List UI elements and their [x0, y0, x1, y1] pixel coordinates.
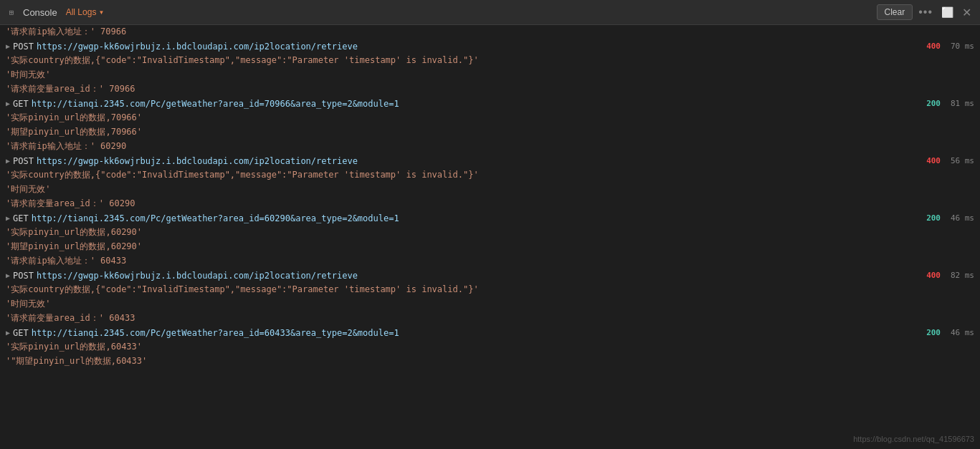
log-text: '请求前ip输入地址：' 60290: [6, 140, 126, 153]
log-line: '请求前ip输入地址：' 60290: [0, 140, 980, 154]
http-method: GET: [13, 99, 29, 109]
http-method: POST: [13, 156, 34, 166]
log-line: '实际country的数据,{"code":"InvalidTimestamp"…: [0, 54, 980, 68]
log-line: '请求前ip输入地址：' 70966: [0, 25, 980, 39]
log-line: '实际pinyin_url的数据,60290': [0, 226, 980, 240]
log-line-left: ▶GET http://tianqi.2345.com/Pc/getWeathe…: [6, 99, 912, 109]
status-badge: 400: [923, 42, 943, 51]
log-line: '请求前变量area_id：' 60433: [0, 312, 980, 326]
log-text: '实际country的数据,{"code":"InvalidTimestamp"…: [6, 169, 479, 181]
log-text: '实际pinyin_url的数据,60433': [6, 341, 142, 353]
status-badge: 200: [923, 99, 943, 108]
console-title: Console: [23, 7, 57, 18]
request-url: http://tianqi.2345.com/Pc/getWeather?are…: [32, 213, 399, 223]
expand-window-button[interactable]: ⬜: [938, 5, 956, 19]
log-text: '时间无效': [6, 69, 50, 81]
status-badge: 400: [923, 271, 943, 280]
log-line-right: 20081 ms: [923, 99, 974, 108]
dropdown-arrow-icon: ▼: [98, 9, 104, 16]
log-line-left: ▶POST https://gwgp-kk6owjrbujz.i.bdcloud…: [6, 156, 912, 166]
more-options-button[interactable]: •••: [915, 4, 936, 20]
log-line: '请求前变量area_id：' 70966: [0, 82, 980, 97]
log-line: ▶POST https://gwgp-kk6owjrbujz.i.bdcloud…: [0, 154, 980, 168]
log-text: '时间无效': [6, 298, 50, 310]
http-method: GET: [13, 328, 29, 338]
log-line: '请求前ip输入地址：' 60433: [0, 254, 980, 269]
http-method: POST: [13, 271, 34, 281]
all-logs-label: All Logs: [66, 7, 97, 17]
status-badge: 200: [923, 328, 943, 337]
log-text: '时间无效': [6, 183, 50, 195]
log-line-right: 20046 ms: [923, 213, 974, 223]
console-content[interactable]: '请求前ip输入地址：' 70966▶POST https://gwgp-kk6…: [0, 25, 980, 449]
http-method: GET: [13, 213, 29, 223]
console-icon: ⊞: [6, 6, 17, 18]
log-line: '期望pinyin_url的数据,70966': [0, 125, 980, 140]
expand-arrow-icon[interactable]: ▶: [6, 271, 10, 279]
log-line-right: 40056 ms: [923, 156, 974, 165]
response-time: 46 ms: [949, 213, 974, 223]
log-text: '"期望pinyin_url的数据,60433': [6, 355, 147, 367]
log-line: '请求前变量area_id：' 60290: [0, 197, 980, 211]
all-logs-button[interactable]: All Logs ▼: [63, 6, 108, 19]
log-text: '期望pinyin_url的数据,70966': [6, 126, 142, 138]
status-badge: 400: [923, 156, 943, 165]
response-time: 81 ms: [949, 99, 974, 108]
log-line: ▶GET http://tianqi.2345.com/Pc/getWeathe…: [0, 211, 980, 226]
expand-arrow-icon[interactable]: ▶: [6, 42, 10, 50]
log-line: ▶GET http://tianqi.2345.com/Pc/getWeathe…: [0, 97, 980, 111]
toolbar-left: ⊞ Console All Logs ▼: [6, 6, 871, 19]
log-line: '时间无效': [0, 183, 980, 197]
status-badge: 200: [923, 213, 943, 223]
log-line-left: ▶POST https://gwgp-kk6owjrbujz.i.bdcloud…: [6, 271, 912, 281]
toolbar-right: Clear ••• ⬜ ✕: [877, 4, 975, 21]
log-line: '期望pinyin_url的数据,60290': [0, 240, 980, 254]
log-text: '实际pinyin_url的数据,70966': [6, 112, 142, 124]
log-line-left: ▶GET http://tianqi.2345.com/Pc/getWeathe…: [6, 328, 912, 338]
log-line: '时间无效': [0, 297, 980, 312]
log-line: '"期望pinyin_url的数据,60433': [0, 354, 980, 369]
log-text: '请求前变量area_id：' 70966: [6, 83, 135, 95]
log-line-right: 40082 ms: [923, 271, 974, 280]
console-panel: ⊞ Console All Logs ▼ Clear ••• ⬜ ✕ '请求前i…: [0, 0, 980, 449]
console-toolbar: ⊞ Console All Logs ▼ Clear ••• ⬜ ✕: [0, 0, 980, 25]
request-url: http://tianqi.2345.com/Pc/getWeather?are…: [32, 99, 399, 109]
log-line: '实际country的数据,{"code":"InvalidTimestamp"…: [0, 168, 980, 183]
response-time: 70 ms: [949, 42, 974, 51]
log-text: '请求前变量area_id：' 60290: [6, 198, 135, 210]
http-method: POST: [13, 42, 34, 52]
response-time: 56 ms: [949, 156, 974, 165]
expand-arrow-icon[interactable]: ▶: [6, 329, 10, 337]
response-time: 46 ms: [949, 328, 974, 337]
log-line: '实际pinyin_url的数据,70966': [0, 111, 980, 125]
log-text: '实际country的数据,{"code":"InvalidTimestamp"…: [6, 54, 479, 67]
expand-arrow-icon[interactable]: ▶: [6, 214, 10, 222]
log-line-right: 40070 ms: [923, 42, 974, 51]
log-text: '请求前ip输入地址：' 60433: [6, 255, 126, 267]
log-line: ▶POST https://gwgp-kk6owjrbujz.i.bdcloud…: [0, 269, 980, 283]
log-line: '实际country的数据,{"code":"InvalidTimestamp"…: [0, 283, 980, 297]
log-text: '期望pinyin_url的数据,60290': [6, 241, 142, 253]
log-text: '请求前ip输入地址：' 70966: [6, 26, 126, 38]
watermark: https://blog.csdn.net/qq_41596673: [853, 435, 974, 443]
log-text: '实际country的数据,{"code":"InvalidTimestamp"…: [6, 284, 479, 296]
log-line-right: 20046 ms: [923, 328, 974, 337]
clear-button[interactable]: Clear: [877, 4, 913, 20]
log-line: ▶GET http://tianqi.2345.com/Pc/getWeathe…: [0, 326, 980, 340]
close-button[interactable]: ✕: [959, 4, 974, 21]
log-line: '时间无效': [0, 68, 980, 82]
log-line-left: ▶POST https://gwgp-kk6owjrbujz.i.bdcloud…: [6, 42, 912, 52]
response-time: 82 ms: [949, 271, 974, 280]
expand-arrow-icon[interactable]: ▶: [6, 100, 10, 107]
expand-arrow-icon[interactable]: ▶: [6, 157, 10, 165]
log-text: '请求前变量area_id：' 60433: [6, 312, 135, 324]
request-url: https://gwgp-kk6owjrbujz.i.bdcloudapi.co…: [37, 271, 358, 281]
request-url: https://gwgp-kk6owjrbujz.i.bdcloudapi.co…: [37, 156, 358, 166]
log-text: '实际pinyin_url的数据,60290': [6, 226, 142, 238]
request-url: https://gwgp-kk6owjrbujz.i.bdcloudapi.co…: [37, 42, 358, 52]
log-line: '实际pinyin_url的数据,60433': [0, 340, 980, 354]
request-url: http://tianqi.2345.com/Pc/getWeather?are…: [32, 328, 399, 338]
log-line: ▶POST https://gwgp-kk6owjrbujz.i.bdcloud…: [0, 39, 980, 54]
log-line-left: ▶GET http://tianqi.2345.com/Pc/getWeathe…: [6, 213, 912, 223]
